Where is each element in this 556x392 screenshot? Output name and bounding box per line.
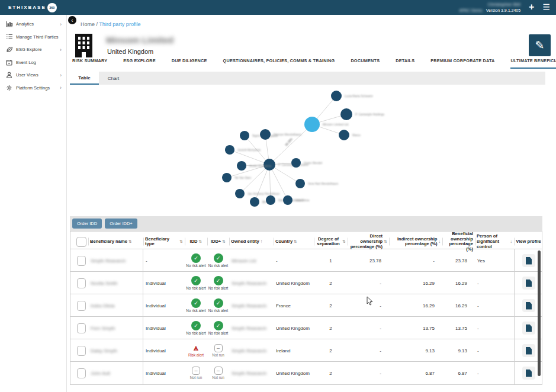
order-idd-plus-button[interactable]: Order IDD+ bbox=[105, 219, 137, 229]
column-header-owned-entity[interactable]: Owned entity↑ bbox=[229, 239, 274, 245]
sidebar-item-event-log[interactable]: Event Log bbox=[0, 56, 66, 69]
row-checkbox[interactable] bbox=[77, 346, 86, 356]
tab-table[interactable]: Table bbox=[70, 72, 99, 85]
direct-ownership-cell: - bbox=[348, 371, 389, 376]
tab-risk-summary[interactable]: RISK SUMMARY bbox=[72, 58, 107, 69]
sort-icon[interactable]: ⇅ bbox=[222, 239, 226, 244]
tab-chart[interactable]: Chart bbox=[99, 72, 128, 85]
tab-questionnaires-policies-comms-training[interactable]: QUESTIONNAIRES, POLICIES, COMMS & TRAINI… bbox=[223, 58, 335, 69]
tab-premium-corporate-data[interactable]: PREMIUM CORPORATE DATA bbox=[430, 58, 494, 69]
sort-icon[interactable]: ↓ bbox=[510, 239, 513, 244]
tab-ultimate-beneficial-owner[interactable]: ULTIMATE BENEFICIAL OWNER bbox=[510, 58, 556, 69]
graph-node-n[interactable] bbox=[283, 195, 293, 205]
row-checkbox[interactable] bbox=[77, 368, 86, 378]
graph-node-o[interactable] bbox=[295, 179, 305, 188]
column-header-direct-ownership-percentage-%-[interactable]: Direct ownership percentage (%)⇅ bbox=[348, 234, 389, 249]
degree-of-separation-cell: 2 bbox=[314, 348, 348, 354]
company-name: Minsom Limited bbox=[106, 35, 173, 45]
sort-icon[interactable]: ↓ bbox=[439, 239, 441, 244]
column-header-beneficial-ownership-percentage-%-[interactable]: Beneficial ownership percentage (%) bbox=[442, 232, 475, 252]
hamburger-menu-icon[interactable]: ☰ bbox=[542, 3, 550, 11]
beneficiary-name-cell: Novita Smith bbox=[88, 272, 143, 294]
pencil-icon: ✎ bbox=[535, 38, 545, 52]
column-header-country[interactable]: Country⇅ bbox=[274, 239, 314, 245]
sort-icon[interactable]: ⇅ bbox=[179, 239, 183, 244]
sort-icon[interactable]: ↑ bbox=[261, 239, 263, 244]
view-profile-button[interactable] bbox=[522, 344, 535, 357]
breadcrumb-home[interactable]: Home bbox=[81, 21, 95, 27]
column-header-idd+[interactable]: IDD+⇅ bbox=[207, 239, 229, 245]
user-block: Christopher Birt APAC Demo Version 3.9.1… bbox=[459, 2, 521, 13]
sort-icon[interactable]: ⇅ bbox=[384, 239, 387, 244]
graph-node-h[interactable] bbox=[225, 145, 234, 155]
column-header-label: Degree of separation bbox=[316, 237, 341, 247]
column-header-degree-of-separation[interactable]: Degree of separation⇅ bbox=[314, 237, 348, 247]
column-header-label: IDD bbox=[190, 239, 198, 245]
sidebar-item-platform-settings[interactable]: Platform Settings› bbox=[0, 82, 66, 95]
column-header-label: Beneficiary name bbox=[90, 239, 127, 245]
tab-documents[interactable]: DOCUMENTS bbox=[351, 58, 380, 69]
sidebar-item-user-views[interactable]: User Views› bbox=[0, 69, 66, 82]
sort-icon[interactable]: ⇅ bbox=[294, 239, 297, 244]
row-checkbox[interactable] bbox=[77, 323, 86, 333]
view-profile-button[interactable] bbox=[522, 367, 535, 380]
sidebar-item-analytics[interactable]: Analytics› bbox=[0, 18, 66, 31]
order-idd-button[interactable]: Order IDD bbox=[72, 219, 102, 229]
sort-icon[interactable]: ⇅ bbox=[342, 239, 346, 244]
graph-node-j[interactable] bbox=[222, 173, 232, 182]
tab-due-diligence[interactable]: DUE DILIGENCE bbox=[172, 58, 207, 69]
chevron-right-icon: › bbox=[60, 21, 62, 27]
row-checkbox[interactable] bbox=[77, 301, 86, 311]
view-profile-button[interactable] bbox=[522, 254, 535, 267]
idd-cell: ✓No risk alert bbox=[185, 276, 207, 290]
view-profile-button[interactable] bbox=[522, 322, 535, 335]
graph-node-c1[interactable] bbox=[331, 91, 342, 101]
company-country: United Kingdom bbox=[107, 48, 153, 55]
graph-node-l[interactable] bbox=[250, 197, 259, 207]
person-of-significant-control-cell: - bbox=[475, 371, 514, 376]
sidebar-item-esg-explore[interactable]: ESG Explore› bbox=[0, 43, 66, 56]
tab-details[interactable]: DETAILS bbox=[396, 58, 414, 69]
select-all-checkbox[interactable] bbox=[76, 237, 86, 247]
graph-node-m[interactable] bbox=[266, 195, 275, 205]
tab-esg-explore[interactable]: ESG EXPLORE bbox=[123, 58, 156, 69]
sort-icon[interactable]: ⇅ bbox=[128, 239, 132, 244]
column-header-beneficiary-type[interactable]: Beneficiary type⇅ bbox=[143, 237, 185, 247]
column-header-select-all[interactable] bbox=[70, 237, 88, 247]
status-no-risk: ✓No risk alert bbox=[210, 276, 227, 290]
table-vertical-scrollbar[interactable] bbox=[538, 250, 541, 376]
status-no-risk: ✓No risk alert bbox=[187, 276, 205, 290]
graph-node-c2[interactable] bbox=[340, 108, 352, 120]
column-header-view-profile[interactable]: View profile bbox=[514, 239, 543, 245]
ubo-table: Beneficiary name⇅Beneficiary type⇅IDD⇅ID… bbox=[70, 231, 542, 385]
graph-node-k[interactable] bbox=[235, 189, 245, 198]
view-profile-button[interactable] bbox=[522, 277, 535, 290]
column-header-beneficiary-name[interactable]: Beneficiary name⇅ bbox=[88, 239, 143, 245]
column-header-indirect-ownership-percentage-%-[interactable]: Indirect ownership percentage (%)↓ bbox=[389, 237, 442, 247]
graph-node-i[interactable] bbox=[237, 161, 246, 171]
graph-node-f[interactable] bbox=[240, 131, 249, 140]
graph-node-g[interactable] bbox=[260, 129, 271, 140]
status-label: No risk alert bbox=[208, 264, 229, 268]
column-header-person-of-significant-control[interactable]: Person of significant control↓ bbox=[475, 234, 514, 249]
plus-icon[interactable]: + bbox=[529, 2, 534, 12]
row-checkbox[interactable] bbox=[77, 278, 86, 288]
sidebar-item-label: Manage Third Parties bbox=[16, 34, 59, 40]
column-header-idd[interactable]: IDD⇅ bbox=[185, 239, 207, 245]
user-views-icon bbox=[5, 72, 13, 79]
graph-node-label: Junichi Moriyama bbox=[237, 148, 261, 152]
graph-node-root[interactable] bbox=[304, 117, 320, 132]
sidebar-collapse-button[interactable]: ‹ bbox=[68, 16, 76, 24]
graph-node-c3[interactable] bbox=[339, 130, 349, 140]
view-profile-button[interactable] bbox=[522, 299, 535, 312]
graph-node-p[interactable] bbox=[291, 158, 301, 168]
edit-profile-button[interactable]: ✎ bbox=[529, 34, 551, 56]
degree-of-separation-cell: 2 bbox=[314, 326, 348, 331]
sidebar-item-manage-third-parties[interactable]: Manage Third Parties bbox=[0, 31, 66, 44]
chevron-right-icon: › bbox=[60, 72, 62, 78]
owned-entity-cell: Smyth Research bbox=[229, 371, 274, 376]
row-checkbox[interactable] bbox=[77, 256, 86, 266]
status-label: No risk alert bbox=[208, 331, 229, 335]
beneficial-ownership-cell: 6.87 bbox=[442, 371, 475, 376]
sort-icon[interactable]: ⇅ bbox=[199, 239, 203, 244]
